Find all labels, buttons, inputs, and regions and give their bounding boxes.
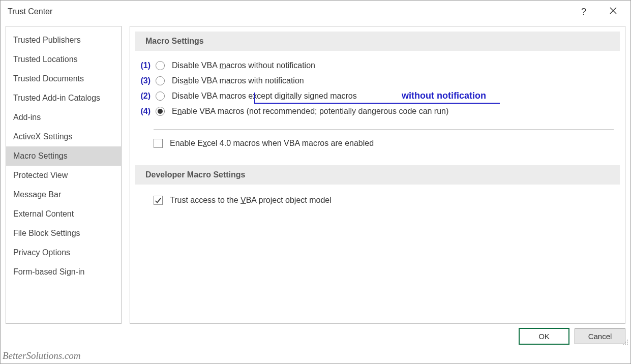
checkbox-label: Enable Excel 4.0 macros when VBA macros … [170, 139, 374, 148]
sidebar-item-macro-settings[interactable]: Macro Settings [6, 146, 121, 166]
excel4-checkbox-row[interactable]: Enable Excel 4.0 macros when VBA macros … [130, 137, 625, 151]
sidebar-item-privacy-options[interactable]: Privacy Options [6, 243, 121, 262]
svg-point-6 [625, 344, 626, 345]
window-title: Trust Center [8, 7, 52, 16]
radio-label: Enable VBA macros (not recommended; pote… [172, 107, 448, 116]
radio-disable-except-signed[interactable]: (2) Disable VBA macros except digitally … [130, 88, 625, 104]
radio-label: Disable VBA macros without notification [172, 61, 315, 70]
sidebar-item-message-bar[interactable]: Message Bar [6, 185, 121, 204]
checkbox-icon[interactable] [154, 139, 163, 148]
trust-vba-checkbox-row[interactable]: Trust access to the VBA project object m… [130, 194, 625, 208]
svg-point-4 [627, 342, 628, 343]
radio-icon[interactable] [156, 107, 165, 116]
help-icon[interactable]: ? [574, 7, 594, 17]
radio-disable-without-notification[interactable]: (1) Disable VBA macros without notificat… [130, 58, 625, 73]
annotation-number: (2) [134, 92, 151, 101]
sidebar-item-file-block-settings[interactable]: File Block Settings [6, 224, 121, 243]
cancel-button[interactable]: Cancel [575, 328, 625, 344]
sidebar-item-trusted-addin-catalogs[interactable]: Trusted Add-in Catalogs [6, 88, 121, 108]
trust-center-dialog: Trust Center ? Trusted Publishers Truste… [0, 0, 631, 364]
dialog-footer: OK Cancel [6, 327, 625, 345]
sidebar-item-trusted-locations[interactable]: Trusted Locations [6, 50, 121, 69]
sidebar-item-trusted-publishers[interactable]: Trusted Publishers [6, 31, 121, 50]
sidebar-item-protected-view[interactable]: Protected View [6, 166, 121, 185]
svg-point-5 [623, 344, 624, 345]
annotation-number: (4) [134, 107, 151, 116]
radio-icon[interactable] [156, 92, 165, 101]
radio-label: Disable VBA macros with notification [172, 76, 304, 85]
close-icon[interactable] [603, 7, 623, 17]
resize-grip-icon[interactable] [621, 338, 628, 345]
svg-point-7 [627, 344, 628, 345]
sidebar-item-trusted-documents[interactable]: Trusted Documents [6, 69, 121, 88]
main-panel: Macro Settings (1) Disable VBA macros wi… [130, 26, 625, 324]
radio-disable-with-notification[interactable]: (3) Disable VBA macros with notification [130, 73, 625, 88]
checkbox-label: Trust access to the VBA project object m… [170, 196, 332, 205]
radio-label: Disable VBA macros except digitally sign… [172, 92, 357, 101]
dialog-body: Trusted Publishers Trusted Locations Tru… [6, 26, 625, 324]
annotation-number: (3) [134, 76, 151, 85]
section-divider [154, 129, 614, 130]
developer-macro-header: Developer Macro Settings [135, 165, 620, 185]
sidebar-item-add-ins[interactable]: Add-ins [6, 108, 121, 127]
checkbox-icon[interactable] [154, 196, 163, 205]
svg-point-3 [625, 342, 626, 343]
sidebar: Trusted Publishers Trusted Locations Tru… [6, 26, 122, 324]
svg-point-2 [627, 340, 628, 341]
title-bar: Trust Center ? [1, 1, 630, 23]
annotation-number: (1) [134, 61, 151, 70]
sidebar-item-activex-settings[interactable]: ActiveX Settings [6, 127, 121, 146]
radio-enable-all[interactable]: (4) Enable VBA macros (not recommended; … [130, 104, 625, 119]
radio-icon[interactable] [156, 76, 165, 85]
macro-radio-group: (1) Disable VBA macros without notificat… [130, 51, 625, 124]
ok-button[interactable]: OK [519, 328, 569, 345]
macro-settings-header: Macro Settings [135, 32, 620, 51]
sidebar-item-external-content[interactable]: External Content [6, 204, 121, 224]
sidebar-item-form-based-signin[interactable]: Form-based Sign-in [6, 262, 121, 282]
radio-icon[interactable] [156, 61, 165, 70]
watermark-text: BetterSolutions.com [3, 350, 81, 361]
